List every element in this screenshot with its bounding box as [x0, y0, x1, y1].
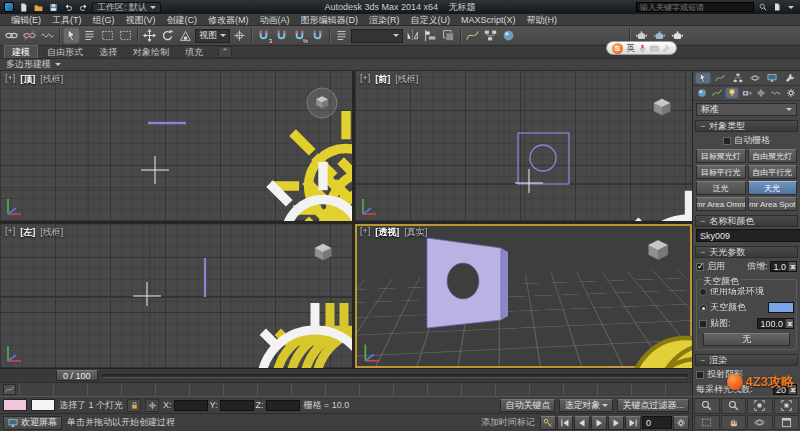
search-input[interactable]	[636, 2, 754, 12]
x-field[interactable]	[174, 400, 208, 411]
menu-tools[interactable]: 工具(T)	[47, 14, 87, 26]
microphone-icon[interactable]	[638, 44, 647, 53]
set-key-button[interactable]	[540, 416, 556, 430]
ime-language-mode[interactable]: 英	[626, 42, 635, 55]
viewport-menu-button[interactable]: [+]	[5, 73, 15, 86]
sky-color-swatch[interactable]	[768, 302, 794, 313]
undo-button[interactable]	[62, 2, 74, 13]
rollout-object-type[interactable]: 对象类型	[695, 120, 798, 132]
time-configuration-button[interactable]	[673, 416, 689, 430]
menu-group[interactable]: 组(G)	[88, 14, 120, 26]
category-lights[interactable]	[725, 87, 739, 99]
viewport-shading-button[interactable]: [线框]	[395, 73, 418, 86]
mirror-button[interactable]	[404, 27, 421, 44]
viewport-shading-button[interactable]: [真实]	[404, 226, 427, 239]
select-by-name-button[interactable]	[81, 27, 98, 44]
signin-button[interactable]	[771, 2, 782, 12]
app-logo-icon[interactable]	[4, 2, 14, 12]
use-scene-env-radio[interactable]	[699, 288, 707, 296]
workspace-dropdown[interactable]: 工作区: 默认	[92, 2, 161, 13]
button-omni[interactable]: 泛光	[696, 181, 746, 195]
object-name-input[interactable]	[696, 229, 800, 242]
pan-button[interactable]	[721, 415, 747, 431]
menu-maxscript[interactable]: MAXScript(X)	[456, 14, 521, 26]
viewcube[interactable]	[315, 244, 332, 261]
tab-motion[interactable]	[747, 72, 763, 84]
welcome-screen-button[interactable]: 欢迎屏幕	[3, 416, 62, 430]
tab-modify[interactable]	[712, 72, 728, 84]
layer-manager-button[interactable]	[440, 27, 457, 44]
save-file-button[interactable]	[47, 2, 59, 13]
rollout-render[interactable]: 渲染	[695, 354, 798, 366]
menu-customize[interactable]: 自定义(U)	[406, 14, 456, 26]
select-and-scale-button[interactable]	[177, 27, 194, 44]
zoom-region-button[interactable]	[694, 415, 720, 431]
select-object-button[interactable]	[63, 27, 80, 44]
selection-region-button[interactable]	[99, 27, 116, 44]
selected-light[interactable]	[515, 169, 692, 221]
viewport-view-button[interactable]: [前]	[375, 73, 390, 86]
spinner-icon[interactable]	[788, 262, 796, 271]
schematic-view-button[interactable]	[482, 27, 499, 44]
button-skylight[interactable]: 天光	[748, 181, 798, 195]
bind-to-spacewarp-button[interactable]	[39, 27, 56, 44]
viewport-view-button[interactable]: [透视]	[375, 226, 399, 239]
time-slider-track[interactable]	[102, 374, 688, 378]
tab-selection[interactable]: 选择	[92, 46, 124, 58]
category-helpers[interactable]	[754, 87, 768, 99]
button-mr-area-spot[interactable]: mr Area Spot	[748, 197, 798, 211]
unlink-selection-button[interactable]	[21, 27, 38, 44]
sogou-logo-icon[interactable]: S	[612, 43, 623, 54]
button-free-spot[interactable]: 自由聚光灯	[748, 149, 798, 163]
viewport-view-button[interactable]: [左]	[20, 226, 35, 239]
plane-object-front-view[interactable]	[518, 133, 569, 184]
viewport-canvas-perspective[interactable]	[355, 224, 692, 368]
maxscript-mini-listener-white[interactable]	[31, 399, 55, 411]
zoom-extents-all-button[interactable]	[774, 398, 800, 414]
viewport-perspective[interactable]: [+] [透视] [真实]	[355, 224, 692, 368]
open-file-button[interactable]	[32, 2, 44, 13]
y-field[interactable]	[220, 400, 254, 411]
category-systems[interactable]	[784, 87, 798, 99]
button-target-direct[interactable]: 目标平行光	[696, 165, 746, 179]
wrench-icon[interactable]	[662, 44, 671, 53]
auto-key-button[interactable]: 自动关键点	[500, 399, 555, 412]
go-to-end-button[interactable]	[625, 416, 641, 430]
menu-edit[interactable]: 编辑(E)	[6, 14, 46, 26]
polygon-modeling-panel-label[interactable]: 多边形建模	[6, 58, 51, 71]
tab-hierarchy[interactable]	[730, 72, 746, 84]
search-button[interactable]	[757, 2, 768, 12]
key-filters-button[interactable]: 关键点过滤器...	[617, 399, 689, 412]
autogrid-checkbox[interactable]	[723, 137, 731, 145]
time-slider-frame-box[interactable]: 0 / 100	[56, 370, 98, 381]
play-button[interactable]	[591, 416, 607, 430]
align-button[interactable]	[422, 27, 439, 44]
snap-toggle-3d-button[interactable]: 3	[255, 27, 272, 44]
spinner-icon[interactable]	[785, 319, 793, 328]
menu-create[interactable]: 创建(C)	[162, 14, 203, 26]
button-free-direct[interactable]: 自由平行光	[748, 165, 798, 179]
plane-object-perspective[interactable]	[427, 238, 508, 328]
redo-button[interactable]	[77, 2, 89, 13]
material-editor-button[interactable]	[500, 27, 517, 44]
multiplier-field[interactable]: 1.0	[770, 261, 797, 272]
tab-utilities[interactable]	[782, 72, 798, 84]
tab-object-paint[interactable]: 对象绘制	[126, 46, 176, 58]
enable-checkbox[interactable]	[696, 263, 704, 271]
maxscript-mini-listener-pink[interactable]	[3, 399, 27, 411]
selection-lock-button[interactable]	[127, 399, 141, 412]
tab-create[interactable]	[695, 72, 711, 84]
viewport-menu-button[interactable]: [+]	[5, 226, 15, 239]
map-checkbox[interactable]	[699, 320, 707, 328]
viewport-menu-button[interactable]: [+]	[360, 73, 370, 86]
absolute-mode-button[interactable]	[145, 399, 159, 412]
button-mr-area-omni[interactable]: mr Area Omni	[696, 197, 746, 211]
maximize-viewport-button[interactable]	[774, 415, 800, 431]
viewport-shading-button[interactable]: [线框]	[40, 73, 63, 86]
category-spacewarps[interactable]	[769, 87, 783, 99]
use-pivot-center-button[interactable]	[231, 27, 248, 44]
category-cameras[interactable]	[740, 87, 754, 99]
light-type-dropdown[interactable]: 标准	[696, 103, 797, 116]
selected-object-dropdown[interactable]: 选定对象	[559, 399, 613, 412]
viewport-menu-button[interactable]: [+]	[360, 226, 370, 239]
